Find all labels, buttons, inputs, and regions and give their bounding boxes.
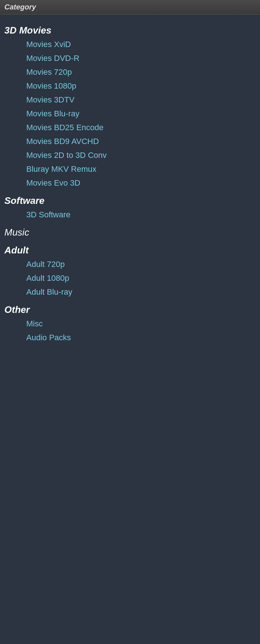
category-child-3d-software[interactable]: 3D Software [25,208,257,222]
header: Category [0,0,260,15]
category-group-3d-movies: 3D MoviesMovies XviDMovies DVD-RMovies 7… [3,22,257,190]
category-child-adult-1080p[interactable]: Adult 1080p [25,271,257,285]
category-children-other: MiscAudio Packs [25,317,257,345]
category-parent-3d-movies[interactable]: 3D Movies [3,22,257,38]
category-child-movies-evo-3d[interactable]: Movies Evo 3D [25,176,257,190]
category-child-movies-1080p[interactable]: Movies 1080p [25,79,257,93]
category-child-movies-2d-to-3d-conv[interactable]: Movies 2D to 3D Conv [25,148,257,162]
category-children-adult: Adult 720pAdult 1080pAdult Blu-ray [25,257,257,299]
category-child-movies-3dtv[interactable]: Movies 3DTV [25,93,257,107]
category-child-movies-blu-ray[interactable]: Movies Blu-ray [25,107,257,121]
category-child-movies-xvid[interactable]: Movies XviD [25,38,257,51]
category-child-bluray-mkv-remux[interactable]: Bluray MKV Remux [25,162,257,176]
category-child-movies-720p[interactable]: Movies 720p [25,65,257,79]
category-child-adult-blu-ray[interactable]: Adult Blu-ray [25,285,257,299]
category-standalone-music[interactable]: Music [3,224,257,240]
category-children-software: 3D Software [25,208,257,222]
category-child-movies-bd9-avchd[interactable]: Movies BD9 AVCHD [25,135,257,148]
category-group-other: OtherMiscAudio Packs [3,301,257,345]
category-child-audio-packs[interactable]: Audio Packs [25,331,257,345]
category-child-adult-720p[interactable]: Adult 720p [25,257,257,271]
category-group-music: Music [3,224,257,240]
category-list: 3D MoviesMovies XviDMovies DVD-RMovies 7… [0,15,260,354]
category-child-movies-bd25-encode[interactable]: Movies BD25 Encode [25,121,257,135]
category-child-movies-dvd-r[interactable]: Movies DVD-R [25,51,257,65]
category-group-adult: AdultAdult 720pAdult 1080pAdult Blu-ray [3,242,257,299]
category-parent-adult[interactable]: Adult [3,242,257,257]
category-group-software: Software3D Software [3,192,257,222]
category-parent-software[interactable]: Software [3,192,257,208]
category-child-misc[interactable]: Misc [25,317,257,331]
category-children-3d-movies: Movies XviDMovies DVD-RMovies 720pMovies… [25,38,257,190]
header-title: Category [4,3,36,11]
category-parent-other[interactable]: Other [3,301,257,317]
